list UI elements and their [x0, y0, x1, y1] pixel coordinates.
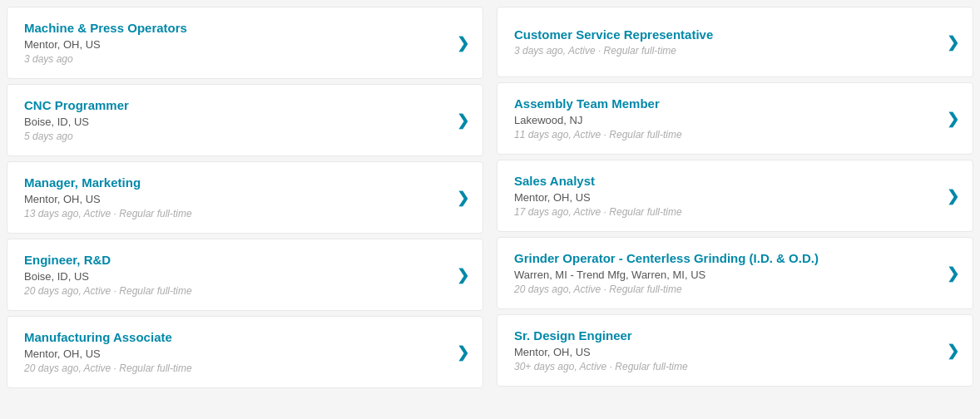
job-card-job-10[interactable]: Sr. Design EngineerMentor, OH, US30+ day…: [497, 314, 973, 387]
job-meta-job-1: 3 days ago: [24, 53, 443, 65]
job-title-job-5: Manufacturing Associate: [24, 330, 443, 344]
job-location-job-7: Lakewood, NJ: [514, 114, 933, 126]
job-meta-job-4: 20 days ago, Active · Regular full-time: [24, 285, 443, 297]
chevron-icon-job-6[interactable]: ❯: [947, 33, 959, 52]
job-card-job-9[interactable]: Grinder Operator - Centerless Grinding (…: [497, 237, 973, 309]
job-title-job-8: Sales Analyst: [514, 174, 933, 188]
chevron-icon-job-10[interactable]: ❯: [947, 342, 959, 360]
job-title-job-6: Customer Service Representative: [514, 27, 933, 42]
chevron-icon-job-8[interactable]: ❯: [947, 187, 959, 205]
chevron-icon-job-4[interactable]: ❯: [457, 266, 469, 284]
job-title-job-7: Assembly Team Member: [514, 96, 933, 111]
job-card-job-2[interactable]: CNC ProgrammerBoise, ID, US5 days ago❯: [7, 84, 483, 156]
job-meta-job-2: 5 days ago: [24, 131, 443, 142]
chevron-icon-job-5[interactable]: ❯: [457, 343, 469, 362]
job-location-job-5: Mentor, OH, US: [24, 348, 443, 360]
job-title-job-4: Engineer, R&D: [24, 253, 443, 267]
job-location-job-8: Mentor, OH, US: [514, 191, 933, 204]
job-meta-job-6: 3 days ago, Active · Regular full-time: [514, 45, 933, 57]
job-title-job-3: Manager, Marketing: [24, 175, 443, 190]
job-card-job-5[interactable]: Manufacturing AssociateMentor, OH, US20 …: [7, 316, 483, 388]
job-meta-job-3: 13 days ago, Active · Regular full-time: [24, 208, 443, 219]
job-meta-job-7: 11 days ago, Active · Regular full-time: [514, 129, 933, 140]
job-meta-job-10: 30+ days ago, Active · Regular full-time: [514, 361, 933, 372]
job-meta-job-9: 20 days ago, Active · Regular full-time: [514, 283, 933, 295]
job-listings-grid: Machine & Press OperatorsMentor, OH, US3…: [0, 0, 980, 400]
chevron-icon-job-7[interactable]: ❯: [947, 110, 959, 128]
job-card-job-6[interactable]: Customer Service Representative3 days ag…: [497, 7, 973, 77]
job-location-job-4: Boise, ID, US: [24, 270, 443, 283]
job-location-job-2: Boise, ID, US: [24, 116, 443, 128]
job-title-job-1: Machine & Press Operators: [24, 21, 443, 35]
job-card-job-8[interactable]: Sales AnalystMentor, OH, US17 days ago, …: [497, 160, 973, 232]
job-card-job-3[interactable]: Manager, MarketingMentor, OH, US13 days …: [7, 161, 483, 234]
job-location-job-9: Warren, MI - Trend Mfg, Warren, MI, US: [514, 269, 933, 281]
job-location-job-1: Mentor, OH, US: [24, 38, 443, 51]
job-card-job-1[interactable]: Machine & Press OperatorsMentor, OH, US3…: [7, 7, 483, 79]
job-title-job-2: CNC Programmer: [24, 98, 443, 112]
job-location-job-3: Mentor, OH, US: [24, 193, 443, 205]
chevron-icon-job-3[interactable]: ❯: [457, 189, 469, 207]
job-card-job-4[interactable]: Engineer, R&DBoise, ID, US20 days ago, A…: [7, 239, 483, 311]
chevron-icon-job-9[interactable]: ❯: [947, 264, 959, 283]
job-title-job-9: Grinder Operator - Centerless Grinding (…: [514, 251, 933, 265]
column-left: Machine & Press OperatorsMentor, OH, US3…: [0, 0, 490, 400]
job-location-job-10: Mentor, OH, US: [514, 346, 933, 358]
column-right: Customer Service Representative3 days ag…: [490, 0, 980, 400]
job-title-job-10: Sr. Design Engineer: [514, 328, 933, 343]
job-card-job-7[interactable]: Assembly Team MemberLakewood, NJ11 days …: [497, 82, 973, 155]
chevron-icon-job-1[interactable]: ❯: [457, 34, 469, 52]
job-meta-job-5: 20 days ago, Active · Regular full-time: [24, 362, 443, 374]
chevron-icon-job-2[interactable]: ❯: [457, 111, 469, 130]
job-meta-job-8: 17 days ago, Active · Regular full-time: [514, 206, 933, 218]
